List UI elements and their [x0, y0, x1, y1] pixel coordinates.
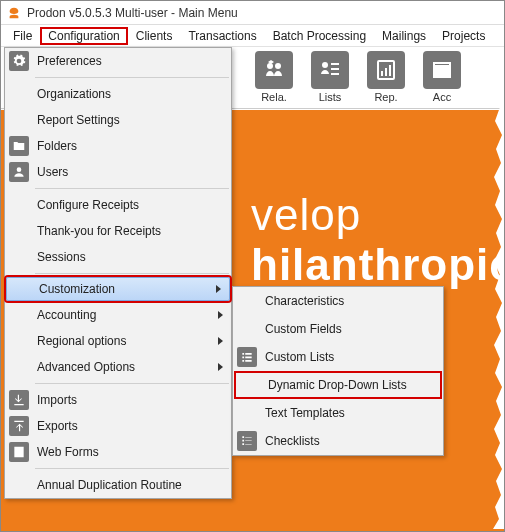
- svg-point-2: [322, 62, 328, 68]
- menu-item-configure-receipts[interactable]: Configure Receipts: [5, 192, 231, 218]
- menu-item-accounting[interactable]: Accounting: [5, 302, 231, 328]
- app-icon: [7, 6, 21, 20]
- menu-separator: [35, 273, 229, 274]
- configuration-menu: Preferences Organizations Report Setting…: [4, 47, 232, 499]
- menu-clients[interactable]: Clients: [128, 27, 181, 45]
- menu-item-exports[interactable]: Exports: [5, 413, 231, 439]
- menu-item-label: Custom Lists: [265, 350, 437, 364]
- blank-icon: [9, 221, 29, 241]
- menu-item-annual-duplication[interactable]: Annual Duplication Routine: [5, 472, 231, 498]
- menu-item-advanced[interactable]: Advanced Options: [5, 354, 231, 380]
- menu-item-label: Sessions: [37, 250, 225, 264]
- submenu-arrow-icon: [218, 337, 223, 345]
- menu-batch-processing[interactable]: Batch Processing: [265, 27, 374, 45]
- toolbar-accounts-button[interactable]: Acc: [423, 51, 461, 103]
- gear-icon: [9, 51, 29, 71]
- accounts-icon: [423, 51, 461, 89]
- blank-icon: [9, 195, 29, 215]
- submenu-item-custom-fields[interactable]: Custom Fields: [233, 315, 443, 343]
- menu-item-label: Web Forms: [37, 445, 225, 459]
- menu-item-label: Advanced Options: [37, 360, 210, 374]
- reports-icon: [367, 51, 405, 89]
- svg-point-1: [275, 63, 281, 69]
- blank-icon: [9, 331, 29, 351]
- menu-item-label: Imports: [37, 393, 225, 407]
- blank-icon: [9, 475, 29, 495]
- submenu-arrow-icon: [218, 311, 223, 319]
- blank-icon: [9, 357, 29, 377]
- menu-item-label: Users: [37, 165, 225, 179]
- menu-item-label: Report Settings: [37, 113, 225, 127]
- blank-icon: [9, 305, 29, 325]
- import-icon: [9, 390, 29, 410]
- svg-rect-4: [331, 68, 339, 70]
- menu-file[interactable]: File: [5, 27, 40, 45]
- blank-icon: [237, 403, 257, 423]
- menu-item-label: Custom Fields: [265, 322, 437, 336]
- menu-item-label: Organizations: [37, 87, 225, 101]
- folder-icon: [9, 136, 29, 156]
- menu-projects[interactable]: Projects: [434, 27, 493, 45]
- menu-separator: [35, 77, 229, 78]
- menu-item-label: Customization: [39, 282, 208, 296]
- menu-item-sessions[interactable]: Sessions: [5, 244, 231, 270]
- menu-item-label: Annual Duplication Routine: [37, 478, 225, 492]
- toolbar-relations-button[interactable]: Rela.: [255, 51, 293, 103]
- customization-submenu: Characteristics Custom Fields Custom Lis…: [232, 286, 444, 456]
- menu-item-report-settings[interactable]: Report Settings: [5, 107, 231, 133]
- svg-rect-9: [389, 65, 391, 76]
- submenu-item-characteristics[interactable]: Characteristics: [233, 287, 443, 315]
- toolbar-lists-button[interactable]: Lists: [311, 51, 349, 103]
- submenu-item-custom-lists[interactable]: Custom Lists: [233, 343, 443, 371]
- checklist-icon: [237, 431, 257, 451]
- menu-item-users[interactable]: Users: [5, 159, 231, 185]
- toolbar-label: Rep.: [374, 91, 397, 103]
- svg-point-0: [267, 63, 273, 69]
- menu-item-label: Folders: [37, 139, 225, 153]
- titlebar: Prodon v5.0.5.3 Multi-user - Main Menu: [1, 1, 504, 25]
- menu-item-organizations[interactable]: Organizations: [5, 81, 231, 107]
- menu-configuration[interactable]: Configuration: [40, 27, 127, 45]
- menu-item-label: Exports: [37, 419, 225, 433]
- blank-icon: [11, 279, 31, 299]
- relations-icon: [255, 51, 293, 89]
- menu-item-label: Checklists: [265, 434, 437, 448]
- blank-icon: [240, 375, 260, 395]
- menu-item-folders[interactable]: Folders: [5, 133, 231, 159]
- lists-icon: [311, 51, 349, 89]
- menu-item-label: Preferences: [37, 54, 225, 68]
- submenu-arrow-icon: [216, 285, 221, 293]
- menu-item-label: Configure Receipts: [37, 198, 225, 212]
- menu-separator: [35, 383, 229, 384]
- submenu-item-dynamic-dropdown[interactable]: Dynamic Drop-Down Lists: [234, 371, 442, 399]
- svg-rect-7: [381, 71, 383, 76]
- menu-mailings[interactable]: Mailings: [374, 27, 434, 45]
- menu-item-customization[interactable]: Customization: [6, 277, 230, 301]
- menu-item-preferences[interactable]: Preferences: [5, 48, 231, 74]
- menu-item-label: Text Templates: [265, 406, 437, 420]
- submenu-item-text-templates[interactable]: Text Templates: [233, 399, 443, 427]
- export-icon: [9, 416, 29, 436]
- menu-item-label: Regional options: [37, 334, 210, 348]
- toolbar-label: Rela.: [261, 91, 287, 103]
- menu-separator: [35, 468, 229, 469]
- menu-item-regional[interactable]: Regional options: [5, 328, 231, 354]
- toolbar-label: Acc: [433, 91, 451, 103]
- menu-item-label: Dynamic Drop-Down Lists: [268, 378, 434, 392]
- menu-item-label: Accounting: [37, 308, 210, 322]
- users-icon: [9, 162, 29, 182]
- form-icon: [9, 442, 29, 462]
- menu-item-web-forms[interactable]: Web Forms: [5, 439, 231, 465]
- menu-transactions[interactable]: Transactions: [180, 27, 264, 45]
- bg-text-2: hilanthropic: [251, 240, 504, 290]
- bg-text-1: velop: [251, 190, 361, 240]
- svg-rect-3: [331, 63, 339, 65]
- menu-item-imports[interactable]: Imports: [5, 387, 231, 413]
- svg-rect-8: [385, 68, 387, 76]
- menubar: File Configuration Clients Transactions …: [1, 25, 504, 47]
- submenu-item-checklists[interactable]: Checklists: [233, 427, 443, 455]
- menu-item-thank-you[interactable]: Thank-you for Receipts: [5, 218, 231, 244]
- toolbar-reports-button[interactable]: Rep.: [367, 51, 405, 103]
- blank-icon: [237, 319, 257, 339]
- blank-icon: [9, 110, 29, 130]
